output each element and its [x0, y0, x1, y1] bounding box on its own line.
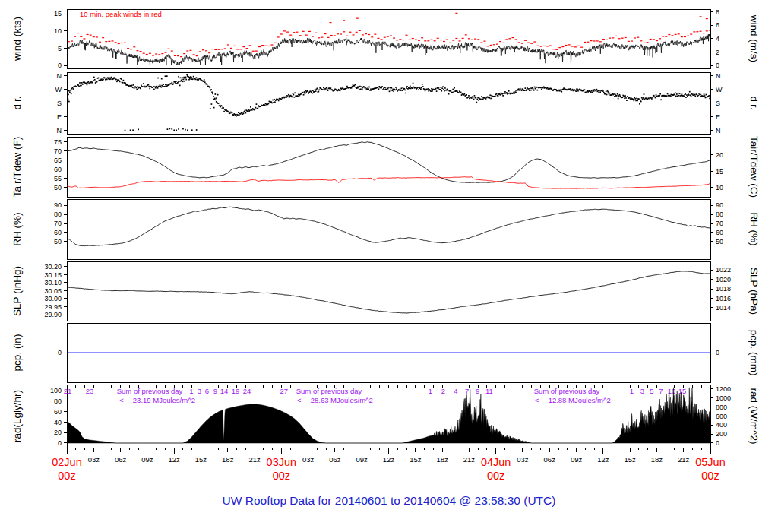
- svg-text:40: 40: [54, 419, 62, 426]
- svg-text:20: 20: [54, 429, 62, 436]
- svg-text:21z: 21z: [248, 455, 261, 464]
- svg-text:03Jun: 03Jun: [267, 456, 297, 468]
- svg-text:800: 800: [716, 404, 727, 411]
- svg-text:N: N: [57, 127, 62, 135]
- svg-text:10: 10: [54, 27, 62, 35]
- svg-text:05Jun: 05Jun: [695, 456, 726, 468]
- panel-pcp: 00pcp. (in)pcp. (mm): [11, 323, 760, 382]
- svg-text:65: 65: [54, 157, 62, 164]
- relative-humidity-series: [67, 207, 710, 245]
- axis-label-left-temp: Tair/Tdew (F): [11, 137, 23, 198]
- time-axis: 02Jun00z03Jun00z04Jun00z05Jun00z03z06z09…: [52, 448, 726, 482]
- rad-sum-counter: 9: [213, 387, 217, 395]
- rad-sum-counter: 27: [280, 387, 289, 395]
- svg-text:1000: 1000: [716, 394, 731, 402]
- svg-text:70: 70: [54, 147, 62, 155]
- svg-text:50: 50: [54, 238, 62, 245]
- svg-text:29.90: 29.90: [44, 311, 62, 318]
- rad-sum-counter: 5: [650, 387, 653, 395]
- svg-text:1018: 1018: [716, 285, 731, 293]
- svg-text:60: 60: [54, 229, 62, 236]
- rad-sum-counter: 11: [485, 387, 493, 395]
- sea-level-pressure-series: [67, 271, 710, 313]
- wind-peak-series: [68, 13, 711, 57]
- svg-text:29.95: 29.95: [44, 303, 62, 311]
- meteogram-chart: UW Rooftop Data for 20140601 to 20140604…: [0, 0, 778, 532]
- svg-text:0: 0: [716, 439, 719, 447]
- rad-sum-label: Sum of previous day: [534, 387, 600, 395]
- svg-text:12z: 12z: [169, 455, 181, 464]
- svg-text:0: 0: [58, 439, 62, 447]
- svg-text:60: 60: [716, 229, 723, 236]
- svg-text:00z: 00z: [487, 470, 504, 482]
- svg-text:0: 0: [716, 349, 719, 356]
- svg-text:00z: 00z: [58, 470, 75, 482]
- rad-sum-counter: 6: [205, 387, 209, 395]
- svg-text:600: 600: [716, 413, 727, 420]
- svg-text:1014: 1014: [716, 304, 731, 312]
- svg-text:0: 0: [716, 62, 719, 69]
- svg-text:09z: 09z: [141, 455, 153, 464]
- svg-text:02Jun: 02Jun: [52, 456, 82, 468]
- axis-label-left-slp: SLP (inHg): [11, 266, 23, 316]
- svg-text:100: 100: [50, 387, 62, 394]
- wind-speed-series: [67, 34, 710, 65]
- panel-rad: 020406080100020040060080010001200rad(Lgl…: [11, 385, 760, 448]
- svg-text:70: 70: [716, 220, 723, 227]
- axis-label-right-dir: dir.: [748, 96, 760, 109]
- svg-text:5: 5: [58, 45, 62, 52]
- svg-text:20: 20: [716, 151, 723, 159]
- svg-text:55: 55: [54, 175, 62, 182]
- svg-text:80: 80: [716, 211, 723, 218]
- axis-label-right-slp: SLP (hPa): [748, 268, 760, 315]
- axis-label-right-pcp: pcp. (mm): [748, 330, 760, 376]
- svg-text:03z: 03z: [302, 455, 315, 464]
- rad-sum-value: <--- 28.63 MJoules/m^2: [297, 396, 373, 404]
- svg-text:03z: 03z: [517, 455, 529, 464]
- axis-label-right-rad: rad (W/m^2): [748, 388, 760, 445]
- rad-sum-value: <--- 23.19 MJoules/m^2: [119, 396, 195, 404]
- rad-sum-label: Sum of previous day: [117, 387, 183, 395]
- rad-sum-counter: 24: [243, 387, 251, 395]
- rad-sum-counter: 15: [678, 387, 687, 395]
- svg-text:21z: 21z: [678, 455, 690, 464]
- meteogram-figure: UW Rooftop Data for 20140601 to 20140604…: [0, 0, 778, 532]
- svg-text:15z: 15z: [195, 455, 207, 464]
- svg-text:15: 15: [716, 168, 723, 176]
- svg-text:12z: 12z: [383, 455, 395, 464]
- svg-text:W: W: [55, 86, 62, 93]
- svg-text:80: 80: [54, 211, 62, 218]
- svg-text:50: 50: [54, 184, 62, 192]
- rad-sum-counter: 3: [198, 387, 201, 395]
- svg-text:60: 60: [54, 166, 62, 173]
- svg-text:1022: 1022: [716, 266, 731, 274]
- rad-sum-counter: 23: [86, 387, 94, 395]
- axis-label-left-wind: wind (kts): [11, 17, 23, 62]
- svg-text:12z: 12z: [597, 455, 609, 464]
- air-temperature-series: [67, 142, 710, 183]
- rad-sum-counter: 1: [189, 387, 193, 395]
- rad-sum-counter: 7: [465, 387, 469, 395]
- svg-text:S: S: [57, 100, 62, 107]
- rad-sum-counter: 7: [659, 387, 663, 395]
- svg-text:200: 200: [716, 430, 727, 438]
- svg-text:30.05: 30.05: [44, 287, 62, 295]
- svg-text:18z: 18z: [222, 455, 234, 464]
- axis-label-right-temp: Tair/Tdew (C): [748, 136, 760, 198]
- svg-text:80: 80: [54, 397, 62, 405]
- svg-text:N: N: [716, 127, 721, 135]
- svg-text:15z: 15z: [624, 455, 636, 464]
- svg-text:06z: 06z: [329, 455, 341, 464]
- svg-text:21z: 21z: [463, 455, 476, 464]
- svg-text:90: 90: [54, 201, 62, 209]
- svg-text:06z: 06z: [544, 455, 556, 464]
- panel-dir: NWSENNWSENdir.dir.: [11, 72, 760, 135]
- svg-text:04Jun: 04Jun: [481, 456, 511, 468]
- rad-sum-counter: 3: [640, 387, 644, 395]
- svg-text:09z: 09z: [356, 455, 368, 464]
- svg-text:15z: 15z: [410, 455, 422, 464]
- svg-text:00z: 00z: [273, 470, 290, 482]
- rad-sum-label: Sum of previous day: [296, 387, 362, 395]
- rad-sum-counter: 9: [476, 387, 479, 395]
- svg-text:W: W: [716, 86, 723, 93]
